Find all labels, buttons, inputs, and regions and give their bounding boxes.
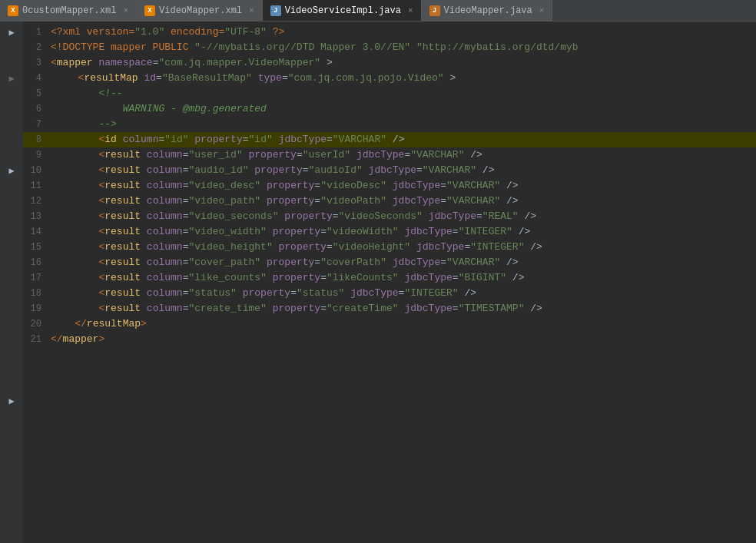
code-line-18: 18 <result column="status" property="sta… — [23, 286, 756, 301]
gutter: ▶ ▶ ▶ ▶ — [0, 22, 23, 543]
code-line-10: 10 <result column="audio_id" property="a… — [23, 163, 756, 178]
tab-videoMapper[interactable]: X VideoMapper.xml × — [137, 0, 263, 21]
code-line-7: 7 --> — [23, 117, 756, 132]
tab-icon-xml2: X — [144, 5, 155, 16]
gutter-icon-2[interactable]: ▶ — [5, 71, 18, 86]
gutter-icon-4[interactable]: ▶ — [5, 393, 18, 409]
code-line-12: 12 <result column="video_path" property=… — [23, 194, 756, 209]
tab-videoMapperJava[interactable]: J VideoMapper.java × — [422, 0, 553, 21]
tab-icon-xml: X — [8, 5, 18, 16]
code-line-17: 17 <result column="like_counts" property… — [23, 270, 756, 286]
code-line-14: 14 <result column="video_width" property… — [23, 224, 756, 240]
code-line-9: 9 <result column="user_id" property="use… — [23, 147, 756, 163]
code-line-3: 3 <mapper namespace="com.jq.mapper.Video… — [23, 55, 756, 71]
tab-icon-java-service: J — [270, 5, 281, 16]
code-line-2: 2 <!DOCTYPE mapper PUBLIC "-//mybatis.or… — [23, 40, 756, 55]
tab-label: 0customMapper.xml — [22, 5, 116, 16]
code-line-11: 11 <result column="video_desc" property=… — [23, 178, 756, 194]
code-line-6: 6 WARNING - @mbg.generated — [23, 101, 756, 117]
tab-label: VideoServiceImpl.java — [285, 5, 401, 16]
code-area[interactable]: 1 <?xml version="1.0" encoding="UTF-8" ?… — [23, 22, 756, 543]
code-line-15: 15 <result column="video_height" propert… — [23, 240, 756, 255]
code-line-5: 5 <!-- — [23, 86, 756, 101]
gutter-icon-3[interactable]: ▶ — [5, 163, 18, 178]
tab-close-icon[interactable]: × — [539, 6, 545, 15]
tab-close-icon[interactable]: × — [249, 6, 254, 15]
code-line-19: 19 <result column="create_time" property… — [23, 301, 756, 316]
code-line-8: 8 <id column="id" property="id" jdbcType… — [23, 132, 756, 147]
tab-customMapper[interactable]: X 0customMapper.xml × — [0, 0, 137, 21]
tab-videoServiceImpl[interactable]: J VideoServiceImpl.java × — [263, 0, 422, 21]
editor-area: ▶ ▶ ▶ ▶ 1 <?xml version="1.0" encoding="… — [0, 22, 756, 543]
code-line-1: 1 <?xml version="1.0" encoding="UTF-8" ?… — [23, 25, 756, 40]
tab-icon-java: J — [429, 5, 440, 16]
tab-close-icon[interactable]: × — [408, 6, 413, 15]
code-line-4: 4 <resultMap id="BaseResultMap" type="co… — [23, 71, 756, 86]
code-line-21: 21 </mapper> — [23, 332, 756, 347]
tab-close-icon[interactable]: × — [123, 6, 128, 15]
tab-label: VideoMapper.java — [444, 5, 532, 16]
code-line-16: 16 <result column="cover_path" property=… — [23, 255, 756, 270]
tab-bar: X 0customMapper.xml × X VideoMapper.xml … — [0, 0, 756, 22]
code-line-20: 20 </resultMap> — [23, 316, 756, 332]
tab-label: VideoMapper.xml — [159, 5, 242, 16]
code-line-13: 13 <result column="video_seconds" proper… — [23, 209, 756, 224]
gutter-icon-1[interactable]: ▶ — [5, 25, 18, 40]
